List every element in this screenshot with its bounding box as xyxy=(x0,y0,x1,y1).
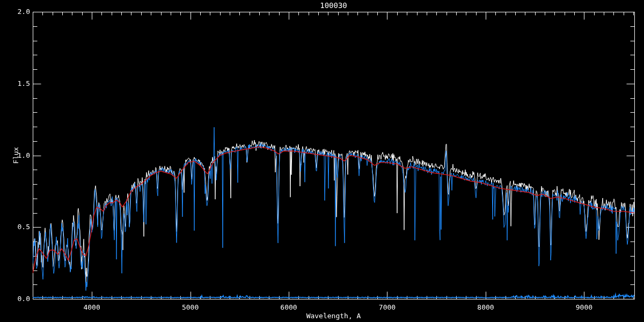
spectrum-canvas xyxy=(0,0,644,322)
spectrum-figure xyxy=(0,0,644,322)
